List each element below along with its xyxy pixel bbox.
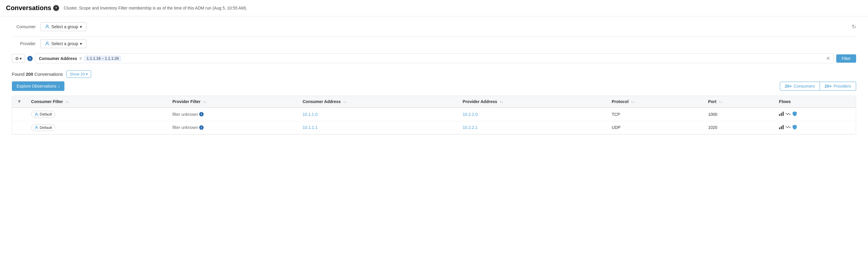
consumer-select-group-btn[interactable]: Select a group ▾ <box>40 22 86 31</box>
page-title: Conversations ? <box>6 4 59 12</box>
provider-address-link[interactable]: 10.2.2.1 <box>463 125 478 130</box>
provider-address-link[interactable]: 10.2.2.0 <box>463 112 478 117</box>
filter-unknown-text: filter unknown <box>173 112 198 117</box>
consumer-select-label: Select a group <box>51 24 78 29</box>
badge-group-icon <box>34 125 39 130</box>
gear-icon: ⚙ <box>15 56 19 61</box>
filter-tag-operator: = <box>80 56 82 61</box>
filter-unknown-info-icon[interactable]: i <box>199 125 204 130</box>
consumer-provider-buttons: 20+ Consumers 20+ Providers <box>780 82 856 91</box>
consumer-filter-badge[interactable]: Default <box>31 124 55 131</box>
svg-rect-8 <box>781 126 782 129</box>
group-icon-2 <box>45 41 50 46</box>
svg-rect-9 <box>782 125 784 129</box>
row-port: 1000 <box>703 107 774 121</box>
explore-btn-label: Explore Observations <box>17 84 56 89</box>
provider-filter-sort-icon: ↑↓ <box>203 100 206 104</box>
table-header-row: ▼ Consumer Filter ↑↓ Provider Filter ↑↓ … <box>12 96 856 107</box>
filter-tag-field: Consumer Address <box>39 56 77 61</box>
main-content: Consumer Select a group ▾ ↻ Provider <box>0 16 868 141</box>
row-provider-address: 10.2.2.0 <box>458 107 607 121</box>
provider-filter-row: Provider Select a group ▾ <box>12 39 856 48</box>
filter-info-icon[interactable]: i <box>27 56 33 61</box>
shield-icon[interactable] <box>793 125 797 130</box>
header: Conversations ? Cluster, Scope and Inven… <box>0 0 868 16</box>
results-unit: Conversations <box>34 71 63 76</box>
show-count-select[interactable]: Show 20 ▾ <box>66 70 91 78</box>
bar-chart-icon[interactable] <box>779 112 784 117</box>
table-row: Default filter unknown i 10.1.1.1 10.2.2… <box>12 121 856 134</box>
provider-address-sort-icon: ↑↓ <box>500 100 503 104</box>
th-consumer-address[interactable]: Consumer Address ↑↓ <box>298 96 458 107</box>
conversations-title: Conversations <box>6 4 51 12</box>
providers-label: Providers <box>834 84 851 89</box>
conversations-table: ▼ Consumer Filter ↑↓ Provider Filter ↑↓ … <box>12 96 856 134</box>
row-consumer-address: 10.1.1.0 <box>298 107 458 121</box>
gear-chevron-icon: ▾ <box>20 56 22 61</box>
svg-rect-5 <box>782 112 784 116</box>
th-provider-address[interactable]: Provider Address ↑↓ <box>458 96 607 107</box>
svg-rect-4 <box>781 113 782 116</box>
provider-select-group-btn[interactable]: Select a group ▾ <box>40 39 86 48</box>
provider-filter-unknown: filter unknown i <box>173 125 293 130</box>
title-info-badge[interactable]: ? <box>53 5 59 11</box>
th-provider-filter[interactable]: Provider Filter ↑↓ <box>168 96 298 107</box>
results-bar: Found 200 Conversations Show 20 ▾ <box>12 70 856 78</box>
wave-icon[interactable] <box>785 112 791 117</box>
row-flows <box>774 121 856 134</box>
svg-point-1 <box>46 42 48 44</box>
consumers-btn[interactable]: 20+ Consumers <box>780 82 820 91</box>
refresh-icon[interactable]: ↻ <box>852 24 856 30</box>
th-consumer-filter[interactable]: Consumer Filter ↑↓ <box>26 96 168 107</box>
port-sort-icon: ↑↓ <box>719 100 722 104</box>
consumer-filter-badge[interactable]: Default <box>31 111 55 118</box>
th-port[interactable]: Port ↑↓ <box>703 96 774 107</box>
providers-btn[interactable]: 20+ Providers <box>820 82 856 91</box>
svg-rect-7 <box>779 127 780 129</box>
show-count-label: Show 20 <box>70 72 85 76</box>
svg-point-6 <box>36 126 37 128</box>
results-text: Found 200 Conversations <box>12 71 63 76</box>
filter-unknown-text: filter unknown <box>173 125 198 130</box>
gear-settings-btn[interactable]: ⚙ ▾ <box>12 54 25 63</box>
row-provider-filter: filter unknown i <box>168 121 298 134</box>
badge-label: Default <box>40 125 52 130</box>
filter-apply-btn[interactable]: Filter <box>836 54 856 63</box>
consumer-filter-row: Consumer Select a group ▾ ↻ <box>12 22 856 31</box>
filter-tag: Consumer Address = 1.1.1.18 – 1.1.1.26 ✕ <box>35 54 834 63</box>
bar-chart-icon[interactable] <box>779 125 784 130</box>
row-protocol: UDP <box>607 121 704 134</box>
badge-group-icon <box>34 112 39 117</box>
consumer-address-link[interactable]: 10.1.1.1 <box>303 125 318 130</box>
funnel-icon: ▼ <box>17 99 22 104</box>
row-protocol: TCP <box>607 107 704 121</box>
table-row: Default filter unknown i 10.1.1.0 10.2.2… <box>12 107 856 121</box>
consumers-label: Consumers <box>794 84 815 89</box>
actions-bar: Explore Observations › 20+ Consumers 20+… <box>12 82 856 91</box>
svg-point-0 <box>46 25 48 27</box>
th-filter-icon: ▼ <box>12 96 26 107</box>
group-icon <box>45 24 50 29</box>
filter-unknown-info-icon[interactable]: i <box>199 112 204 117</box>
explore-observations-btn[interactable]: Explore Observations › <box>12 82 64 91</box>
consumer-address-link[interactable]: 10.1.1.0 <box>303 112 318 117</box>
th-flows: Flows <box>774 96 856 107</box>
consumer-filter-sort-icon: ↑↓ <box>65 100 69 104</box>
consumer-label: Consumer <box>12 24 36 29</box>
filter-remove-btn[interactable]: ✕ <box>826 56 830 61</box>
advanced-filter-row: ⚙ ▾ i Consumer Address = 1.1.1.18 – 1.1.… <box>12 54 856 63</box>
wave-icon[interactable] <box>785 125 791 130</box>
row-port: 1020 <box>703 121 774 134</box>
providers-count: 20+ <box>825 84 832 89</box>
shield-icon[interactable] <box>793 112 797 117</box>
show-chevron-icon: ▾ <box>86 72 88 76</box>
th-protocol[interactable]: Protocol ↑↓ <box>607 96 704 107</box>
consumers-count: 20+ <box>785 84 792 89</box>
explore-chevron-icon: › <box>58 84 60 89</box>
filter-tag-value: 1.1.1.18 – 1.1.1.26 <box>84 56 121 61</box>
row-provider-address: 10.2.2.1 <box>458 121 607 134</box>
badge-label: Default <box>40 112 52 117</box>
svg-point-2 <box>36 113 37 114</box>
consumer-chevron-icon: ▾ <box>80 24 82 29</box>
row-provider-filter: filter unknown i <box>168 107 298 121</box>
